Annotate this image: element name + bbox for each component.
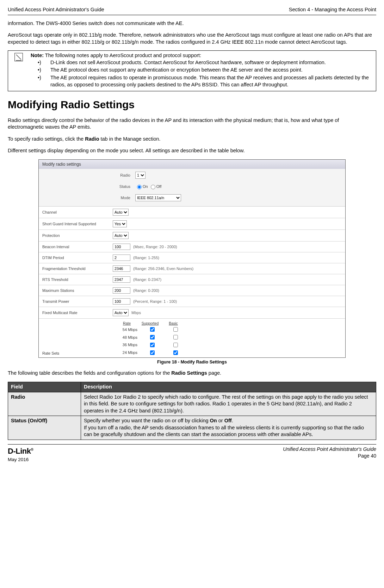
rate-head-basic: Basic bbox=[163, 321, 184, 326]
rts-input[interactable] bbox=[113, 276, 130, 283]
body-p3: Different settings display depending on … bbox=[8, 147, 376, 154]
rate-sets-label: Rate Sets bbox=[42, 351, 59, 356]
protection-label: Protection bbox=[42, 233, 113, 238]
table-intro: The following table describes the fields… bbox=[8, 370, 376, 377]
rate-head-supported: Supported bbox=[140, 321, 161, 326]
note-box: Note: The following notes apply to AeroS… bbox=[8, 50, 376, 91]
max-input[interactable] bbox=[113, 287, 130, 294]
cell-radio-desc: Select Radio 1or Radio 2 to specify whic… bbox=[81, 392, 376, 416]
note-title-line: Note: The following notes apply to AeroS… bbox=[31, 52, 373, 59]
frag-label: Fragmentation Threshold bbox=[42, 266, 113, 271]
table-intro-a: The following table describes the fields… bbox=[8, 370, 171, 376]
rate-row-48: 48 Mbps bbox=[116, 333, 342, 341]
section-title: Modifying Radio Settings bbox=[8, 98, 376, 112]
rate-48-supported[interactable] bbox=[150, 335, 155, 339]
footer-date: May 2016 bbox=[8, 457, 33, 463]
radio-label: Radio bbox=[42, 173, 135, 178]
rts-range: (Range: 0-2347) bbox=[133, 277, 161, 282]
tx-input[interactable] bbox=[113, 298, 130, 305]
status-on-text: On bbox=[143, 184, 148, 189]
status-desc-on: On bbox=[210, 418, 217, 423]
status-off-text: Off bbox=[156, 184, 161, 189]
rate-row-36: 36 Mbps bbox=[116, 341, 342, 349]
dtim-label: DTIM Period bbox=[42, 255, 113, 261]
dtim-range: (Range: 1-255) bbox=[133, 255, 159, 261]
th-description: Description bbox=[81, 382, 376, 392]
fmc-unit: Mbps bbox=[131, 310, 141, 316]
table-row-radio: Radio Select Radio 1or Radio 2 to specif… bbox=[8, 392, 376, 416]
tx-label: Transmit Power bbox=[42, 299, 113, 304]
rate-table-header: Rate Supported Basic bbox=[116, 321, 342, 326]
footer-page-number: Page 40 bbox=[283, 453, 376, 459]
rate-head-rate: Rate bbox=[116, 321, 137, 326]
rate-36-label: 36 Mbps bbox=[116, 342, 140, 348]
rts-label: RTS Threshold bbox=[42, 277, 113, 282]
dtim-input[interactable] bbox=[113, 255, 130, 261]
channel-label: Channel bbox=[42, 210, 113, 215]
rate-36-basic[interactable] bbox=[173, 343, 178, 347]
cell-status-desc: Specify whether you want the radio on or… bbox=[81, 416, 376, 440]
modify-radio-screenshot: Modify radio settings Radio 1 Status On … bbox=[38, 159, 346, 358]
intro-p1: information. The DWS-4000 Series switch … bbox=[8, 20, 376, 27]
beacon-label: Beacon Interval bbox=[42, 244, 113, 250]
status-desc-a: Specify whether you want the radio on or… bbox=[84, 418, 210, 423]
note-bullet-1: D-Link does not sell AeroScout products.… bbox=[38, 59, 373, 66]
status-desc-off: Off bbox=[224, 418, 232, 423]
beacon-range: (Msec, Range: 20 - 2000) bbox=[133, 244, 177, 250]
footer-guide-name: Unified Access Point Administrator's Gui… bbox=[283, 446, 376, 453]
mode-label: Mode bbox=[42, 195, 135, 201]
fmc-select[interactable]: Auto bbox=[113, 309, 129, 316]
header-right: Section 4 - Managing the Access Point bbox=[289, 6, 376, 13]
rate-24-basic[interactable] bbox=[173, 350, 178, 355]
rate-48-label: 48 Mbps bbox=[116, 335, 140, 340]
note-icon bbox=[8, 51, 29, 64]
rate-row-24: 24 Mbps bbox=[116, 349, 342, 357]
protection-select[interactable]: Auto bbox=[113, 232, 129, 239]
beacon-input[interactable] bbox=[113, 244, 130, 250]
cell-radio-field: Radio bbox=[8, 392, 81, 416]
rate-54-label: 54 Mbps bbox=[116, 327, 140, 332]
mode-select[interactable]: IEEE 802.11a/n bbox=[135, 194, 181, 201]
max-label: Maximum Stations bbox=[42, 288, 113, 293]
rate-54-supported[interactable] bbox=[150, 327, 155, 332]
header-left: Unified Access Point Administrator's Gui… bbox=[8, 6, 104, 13]
body-p2c: tab in the Manage section. bbox=[99, 136, 161, 142]
note-bullet-3: The AE protocol requires radios to opera… bbox=[38, 74, 373, 88]
body-p2: To specify radio settings, click the Rad… bbox=[8, 136, 376, 143]
table-intro-b: Radio Settings bbox=[171, 370, 207, 376]
panel-title: Modify radio settings bbox=[39, 160, 345, 169]
note-title: Note: bbox=[31, 53, 44, 58]
figure-caption: Figure 18 - Modify Radio Settings bbox=[8, 359, 376, 365]
sgi-label: Short Guard Interval Supported bbox=[42, 221, 113, 227]
rate-54-basic[interactable] bbox=[173, 327, 178, 332]
rate-48-basic[interactable] bbox=[173, 335, 178, 339]
body-p2a: To specify radio settings, click the bbox=[8, 136, 85, 142]
tx-range: (Percent, Range: 1 - 100) bbox=[133, 299, 177, 304]
rate-36-supported[interactable] bbox=[150, 343, 155, 347]
cell-status-field: Status (On/Off) bbox=[8, 416, 81, 440]
status-desc-or: or bbox=[217, 418, 224, 423]
frag-range: (Range: 256-2346, Even Numbers) bbox=[133, 266, 193, 271]
radio-select[interactable]: 1 bbox=[135, 172, 145, 179]
max-range: (Range: 0-200) bbox=[133, 288, 159, 293]
note-bullet-2: The AE protocol does not support any aut… bbox=[38, 67, 373, 74]
body-p2b: Radio bbox=[85, 136, 99, 142]
page-header: Unified Access Point Administrator's Gui… bbox=[8, 6, 376, 15]
description-table: Field Description Radio Select Radio 1or… bbox=[8, 382, 376, 440]
rate-24-label: 24 Mbps bbox=[116, 350, 140, 355]
table-intro-c: page. bbox=[207, 370, 221, 376]
th-field: Field bbox=[8, 382, 81, 392]
status-on-radio[interactable] bbox=[137, 185, 142, 189]
note-lead: The following notes apply to AeroScout p… bbox=[44, 53, 201, 58]
fmc-label: Fixed Multicast Rate bbox=[42, 310, 113, 316]
intro-p2: AeroScout tags operate only in 802.11b/g… bbox=[8, 32, 376, 45]
status-off-radio[interactable] bbox=[151, 185, 155, 189]
channel-select[interactable]: Auto bbox=[113, 209, 129, 216]
rate-24-supported[interactable] bbox=[150, 350, 155, 355]
body-p1: Radio settings directly control the beha… bbox=[8, 117, 376, 131]
page-footer: D-Link® May 2016 Unified Access Point Ad… bbox=[8, 444, 376, 463]
status-desc-b: If you turn off a radio, the AP sends di… bbox=[84, 425, 364, 437]
sgi-select[interactable]: Yes bbox=[113, 220, 127, 227]
dlink-logo: D-Link® bbox=[8, 446, 33, 457]
frag-input[interactable] bbox=[113, 265, 130, 272]
